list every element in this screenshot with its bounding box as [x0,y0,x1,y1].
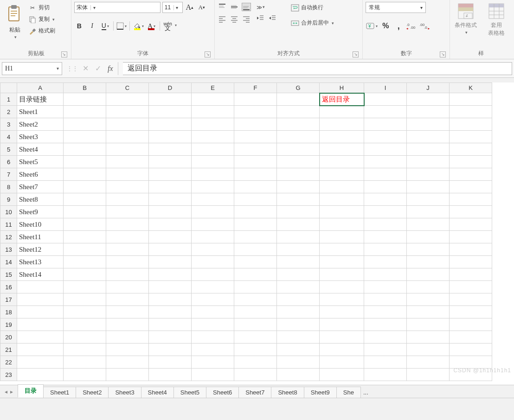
cell-A22[interactable] [17,356,64,369]
cell-F11[interactable] [234,218,277,231]
cell-A4[interactable]: Sheet3 [17,131,64,143]
row-header-19[interactable]: 19 [0,318,17,331]
cell-C8[interactable] [106,181,149,193]
cell-E18[interactable] [192,306,234,318]
sheet-tab-Sheet4[interactable]: Sheet4 [141,387,174,398]
dialog-launcher-icon[interactable]: ↘ [353,51,359,57]
cell-E15[interactable] [192,268,234,281]
fx-icon[interactable]: fx [108,64,113,73]
cell-C18[interactable] [106,306,149,318]
cell-G7[interactable] [277,168,320,181]
column-header-H[interactable]: H [320,83,364,93]
cell-H19[interactable] [320,318,364,331]
cell-H8[interactable] [320,181,364,193]
column-header-C[interactable]: C [106,83,149,93]
cell-K2[interactable] [450,106,492,118]
cell-G11[interactable] [277,218,320,231]
row-header-5[interactable]: 5 [0,143,17,156]
row-header-6[interactable]: 6 [0,156,17,168]
cell-F23[interactable] [234,369,277,381]
wrap-text-button[interactable]: 自动换行 [289,3,335,13]
select-all-corner[interactable] [0,83,17,93]
cell-D11[interactable] [149,218,192,231]
cell-D2[interactable] [149,106,192,118]
row-header-15[interactable]: 15 [0,268,17,281]
cell-A3[interactable]: Sheet2 [17,118,64,131]
row-header-12[interactable]: 12 [0,231,17,243]
align-middle-button[interactable] [230,3,239,11]
cell-F13[interactable] [234,243,277,256]
cell-I10[interactable] [364,206,407,218]
column-header-G[interactable]: G [277,83,320,93]
cell-H23[interactable] [320,369,364,381]
decrease-indent-button[interactable] [256,14,265,22]
cell-A18[interactable] [17,306,64,318]
increase-decimal-button[interactable]: .0.00 [406,20,417,32]
cell-I18[interactable] [364,306,407,318]
column-header-F[interactable]: F [234,83,277,93]
cell-H3[interactable] [320,118,364,131]
cell-I4[interactable] [364,131,407,143]
cell-B19[interactable] [64,318,106,331]
sheet-tab-Sheet3[interactable]: Sheet3 [108,387,141,398]
cell-C3[interactable] [106,118,149,131]
cell-E5[interactable] [192,143,234,156]
cell-I5[interactable] [364,143,407,156]
cell-A14[interactable]: Sheet13 [17,256,64,268]
cell-J6[interactable] [407,156,450,168]
cell-A13[interactable]: Sheet12 [17,243,64,256]
cell-H22[interactable] [320,356,364,369]
sheet-tab-Sheet8[interactable]: Sheet8 [271,387,304,398]
cell-H9[interactable] [320,193,364,206]
cell-A1[interactable]: 目录链接 [17,93,64,106]
cell-B9[interactable] [64,193,106,206]
cell-J15[interactable] [407,268,450,281]
cell-K18[interactable] [450,306,492,318]
cell-A8[interactable]: Sheet7 [17,181,64,193]
cell-G6[interactable] [277,156,320,168]
row-header-3[interactable]: 3 [0,118,17,131]
cell-D14[interactable] [149,256,192,268]
cell-E6[interactable] [192,156,234,168]
cell-A17[interactable] [17,293,64,306]
cell-D20[interactable] [149,331,192,344]
decrease-decimal-button[interactable]: .00.0 [419,20,430,32]
cell-E11[interactable] [192,218,234,231]
cell-I6[interactable] [364,156,407,168]
cell-E19[interactable] [192,318,234,331]
cell-B4[interactable] [64,131,106,143]
orientation-button[interactable]: ≫▾ [256,3,265,11]
cell-B21[interactable] [64,344,106,356]
cell-A11[interactable]: Sheet10 [17,218,64,231]
cell-J14[interactable] [407,256,450,268]
format-as-table-button[interactable]: 套用 表格格 [483,2,509,37]
cell-F3[interactable] [234,118,277,131]
cell-D6[interactable] [149,156,192,168]
cell-G13[interactable] [277,243,320,256]
row-header-20[interactable]: 20 [0,331,17,344]
cell-I7[interactable] [364,168,407,181]
row-header-7[interactable]: 7 [0,168,17,181]
cell-C14[interactable] [106,256,149,268]
row-header-2[interactable]: 2 [0,106,17,118]
cell-C1[interactable] [106,93,149,106]
cell-C23[interactable] [106,369,149,381]
row-header-18[interactable]: 18 [0,306,17,318]
border-button[interactable]: ▾ [116,20,127,32]
row-header-4[interactable]: 4 [0,131,17,143]
column-header-J[interactable]: J [407,83,450,93]
cell-J23[interactable] [407,369,450,381]
row-header-21[interactable]: 21 [0,344,17,356]
cell-C20[interactable] [106,331,149,344]
cell-G20[interactable] [277,331,320,344]
cell-K8[interactable] [450,181,492,193]
cell-F5[interactable] [234,143,277,156]
cell-G14[interactable] [277,256,320,268]
align-center-button[interactable] [230,15,239,23]
row-header-13[interactable]: 13 [0,243,17,256]
align-left-button[interactable] [218,15,227,23]
cell-J9[interactable] [407,193,450,206]
cell-G16[interactable] [277,281,320,293]
format-painter-button[interactable]: 格式刷 [27,26,57,36]
cell-H12[interactable] [320,231,364,243]
